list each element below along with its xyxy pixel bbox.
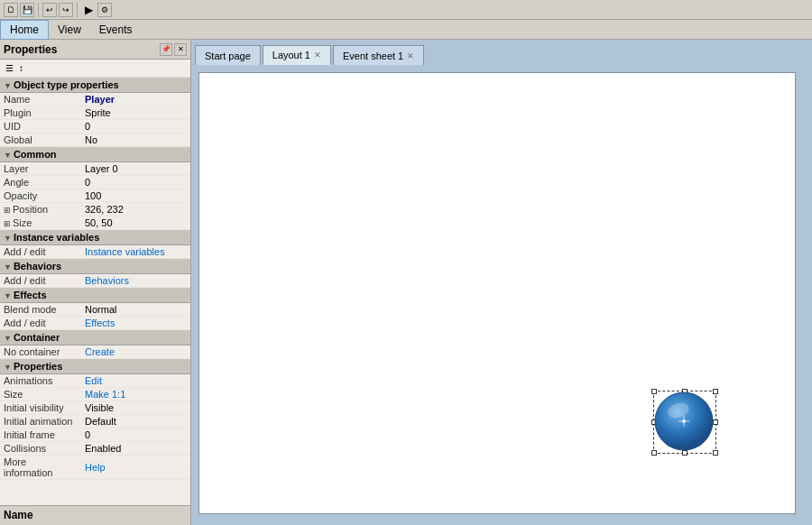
close-panel-icon[interactable]: ✕ <box>174 43 187 56</box>
link-effects[interactable]: Effects <box>85 318 115 328</box>
prop-value-opacity: 100 <box>81 189 190 203</box>
link-make-1-1[interactable]: Make 1:1 <box>85 389 125 400</box>
toolbar-separator <box>38 3 39 17</box>
main-area: Properties 📌 ✕ ☰ ↕ ▼Object type properti… <box>0 40 812 525</box>
tab-label-layout: Layout 1 <box>272 50 310 60</box>
content-area: Start page Layout 1 ✕ Event sheet 1 ✕ <box>191 40 812 525</box>
sort-alpha-icon[interactable]: ↕ <box>17 62 25 74</box>
prop-label-uid: UID <box>0 120 81 134</box>
prop-global: Global No <box>0 134 190 147</box>
section-effects: ▼Effects <box>0 288 190 303</box>
pin-icon[interactable]: 📌 <box>160 43 172 56</box>
tabs-bar: Start page Layout 1 ✕ Event sheet 1 ✕ <box>191 40 812 65</box>
link-behaviors[interactable]: Behaviors <box>85 275 129 286</box>
save-icon[interactable]: 💾 <box>20 3 34 17</box>
prop-behaviors-add: Add / edit Behaviors <box>0 274 190 288</box>
link-instance-variables[interactable]: Instance variables <box>85 246 165 257</box>
prop-label-behaviors-add: Add / edit <box>0 274 81 288</box>
prop-label-more-info: More information <box>0 456 81 480</box>
prop-label-opacity: Opacity <box>0 189 81 203</box>
prop-value-blend: Normal <box>81 303 190 317</box>
prop-label-initial-anim: Initial animation <box>0 415 81 428</box>
section-object-type: ▼Object type properties <box>0 78 190 93</box>
tab-close-events[interactable]: ✕ <box>407 51 414 60</box>
prop-label-initial-vis: Initial visibility <box>0 401 81 415</box>
redo-icon[interactable]: ↪ <box>59 3 73 17</box>
tab-close-layout[interactable]: ✕ <box>314 51 321 60</box>
settings-icon[interactable]: ⚙ <box>97 3 112 17</box>
prop-blend-mode: Blend mode Normal <box>0 303 190 317</box>
prop-effects-add: Add / edit Effects <box>0 317 190 330</box>
prop-position: ⊞Position 326, 232 <box>0 203 190 216</box>
undo-icon[interactable]: ↩ <box>42 3 57 17</box>
tab-layout-1[interactable]: Layout 1 ✕ <box>263 45 331 65</box>
prop-value-global: No <box>81 134 190 147</box>
prop-label-instvar-add: Add / edit <box>0 245 81 259</box>
menu-bar: Home View Events <box>0 20 812 40</box>
prop-container: No container Create <box>0 345 190 359</box>
expand-icon-container: ▼ <box>4 334 12 343</box>
prop-name: Name Player <box>0 93 190 106</box>
prop-label-angle: Angle <box>0 176 81 189</box>
prop-more-info: More information Help <box>0 456 190 480</box>
prop-collisions: Collisions Enabled <box>0 442 190 456</box>
prop-size-ratio: Size Make 1:1 <box>0 388 190 401</box>
tab-event-sheet[interactable]: Event sheet 1 ✕ <box>333 45 424 65</box>
menu-home[interactable]: Home <box>0 20 49 40</box>
prop-label-container: No container <box>0 345 81 359</box>
expand-icon: ▼ <box>4 81 12 90</box>
prop-value-angle: 0 <box>81 176 190 189</box>
new-icon[interactable]: 🗋 <box>4 3 18 17</box>
expand-icon-effects: ▼ <box>4 291 12 300</box>
play-icon[interactable]: ▶ <box>81 3 96 17</box>
prop-initial-visibility: Initial visibility Visible <box>0 401 190 415</box>
prop-label-initial-frame: Initial frame <box>0 428 81 442</box>
prop-instvar-add: Add / edit Instance variables <box>0 245 190 259</box>
prop-label-effects-add: Add / edit <box>0 317 81 330</box>
tab-start-page[interactable]: Start page <box>195 45 261 65</box>
properties-scroll: ▼Object type properties Name Player Plug… <box>0 78 190 505</box>
canvas-area <box>191 65 812 525</box>
prop-value-collisions: Enabled <box>81 442 190 456</box>
properties-title: Properties <box>4 43 57 56</box>
menu-view[interactable]: View <box>49 20 90 40</box>
layout-canvas[interactable] <box>198 72 796 514</box>
link-create-container[interactable]: Create <box>85 346 115 357</box>
toolbar-icons: 🗋 💾 ↩ ↪ ▶ ⚙ <box>4 3 112 17</box>
link-edit-animations[interactable]: Edit <box>85 375 102 386</box>
sort-list-icon[interactable]: ☰ <box>4 62 15 74</box>
prop-label-size-ratio: Size <box>0 388 81 401</box>
menu-events[interactable]: Events <box>90 20 142 40</box>
tab-label-events: Event sheet 1 <box>343 51 403 61</box>
prop-value-plugin: Sprite <box>81 106 190 120</box>
prop-value-size: 50, 50 <box>81 216 190 230</box>
prop-label-animations: Animations <box>0 374 81 388</box>
section-container: ▼Container <box>0 330 190 345</box>
properties-header: Properties 📌 ✕ <box>0 40 190 60</box>
prop-uid: UID 0 <box>0 120 190 134</box>
link-help[interactable]: Help <box>85 462 106 473</box>
section-properties: ▼Properties <box>0 359 190 374</box>
section-common: ▼Common <box>0 147 190 162</box>
prop-label-blend: Blend mode <box>0 303 81 317</box>
prop-value-layer: Layer 0 <box>81 162 190 176</box>
expand-icon-props: ▼ <box>4 363 12 372</box>
prop-label-name: Name <box>0 93 81 106</box>
prop-layer: Layer Layer 0 <box>0 162 190 176</box>
prop-label-collisions: Collisions <box>0 442 81 456</box>
properties-table: ▼Object type properties Name Player Plug… <box>0 78 190 505</box>
player-sprite <box>653 391 715 452</box>
prop-label-size: ⊞Size <box>0 216 81 230</box>
prop-value-initial-anim: Default <box>81 415 190 428</box>
prop-initial-frame: Initial frame 0 <box>0 428 190 442</box>
section-instance-vars: ▼Instance variables <box>0 230 190 245</box>
prop-label-position: ⊞Position <box>0 203 81 216</box>
prop-angle: Angle 0 <box>0 176 190 189</box>
properties-panel: Properties 📌 ✕ ☰ ↕ ▼Object type properti… <box>0 40 191 525</box>
prop-value-initial-vis: Visible <box>81 401 190 415</box>
section-behaviors: ▼Behaviors <box>0 259 190 274</box>
toolbar: 🗋 💾 ↩ ↪ ▶ ⚙ <box>0 0 812 20</box>
prop-size: ⊞Size 50, 50 <box>0 216 190 230</box>
prop-label-layer: Layer <box>0 162 81 176</box>
prop-plugin: Plugin Sprite <box>0 106 190 120</box>
